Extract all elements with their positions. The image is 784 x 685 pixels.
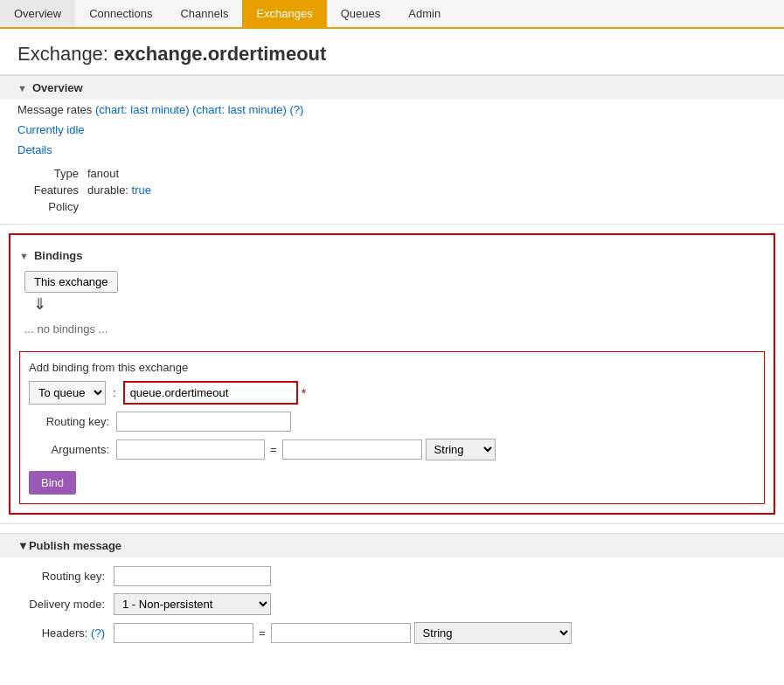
details-table: Type fanout Features durable: true Polic…: [0, 160, 784, 224]
to-queue-row: To queue : *: [29, 381, 755, 405]
arguments-type-select[interactable]: String Number Boolean: [426, 439, 496, 460]
required-star: *: [302, 386, 306, 400]
this-exchange-button[interactable]: This exchange: [24, 271, 118, 293]
publish-section-header[interactable]: ▼ Publish message: [0, 534, 784, 557]
message-rates-link-text[interactable]: (chart: last minute): [192, 103, 287, 116]
bindings-header-label: Bindings: [34, 249, 83, 262]
idle-label: Currently idle: [17, 123, 85, 136]
overview-header-label: Overview: [32, 81, 83, 94]
pub-delivery-mode-label: Delivery mode:: [17, 598, 114, 611]
no-bindings-label: ... no bindings ...: [24, 319, 765, 339]
page-title: Exchange: exchange.ordertimeout: [0, 29, 784, 74]
features-true-value: true: [132, 183, 151, 197]
features-key: durable:: [87, 183, 128, 197]
bindings-outer-box: ▼ Bindings This exchange ⇓ ... no bindin…: [9, 233, 775, 515]
nav-admin[interactable]: Admin: [394, 0, 454, 27]
details-label: Details: [17, 143, 52, 156]
pub-routing-key-input[interactable]: [114, 566, 271, 586]
bindings-section-header[interactable]: ▼ Bindings: [19, 244, 765, 267]
nav-queues[interactable]: Queues: [327, 0, 395, 27]
down-arrow-icon: ⇓: [33, 293, 765, 315]
details-row[interactable]: Details: [0, 140, 784, 160]
message-rates-link[interactable]: (chart: last minute): [95, 103, 190, 116]
idle-row: Currently idle: [0, 120, 784, 140]
routing-key-row: Routing key:: [29, 412, 755, 432]
arguments-row: Arguments: = String Number Boolean: [29, 439, 755, 460]
nav-connections[interactable]: Connections: [75, 0, 166, 27]
equals-sign: =: [265, 443, 282, 456]
policy-label: Policy: [17, 200, 87, 213]
pub-equals-sign: =: [253, 626, 271, 640]
type-value: fanout: [87, 167, 119, 180]
pub-delivery-mode-row: Delivery mode: 1 - Non-persistent: [17, 593, 767, 615]
page-title-prefix: Exchange:: [17, 43, 114, 65]
message-rates-label: Message rates: [17, 103, 92, 116]
bindings-arrow-icon: ▼: [19, 251, 29, 261]
publish-content: Routing key: Delivery mode: 1 - Non-pers…: [0, 557, 784, 660]
exchange-name: exchange.ordertimeout: [114, 43, 326, 65]
pub-headers-row: Headers: (?) = String: [17, 622, 767, 644]
features-label: Features: [17, 183, 87, 197]
publish-arrow-icon: ▼: [17, 539, 29, 552]
pub-headers-type-select[interactable]: String: [414, 622, 572, 644]
overview-arrow-icon: ▼: [17, 83, 27, 93]
nav-exchanges[interactable]: Exchanges: [242, 0, 326, 27]
bind-button[interactable]: Bind: [29, 471, 76, 495]
pub-delivery-mode-select[interactable]: 1 - Non-persistent: [114, 593, 271, 615]
pub-headers-text: Headers:: [42, 626, 88, 640]
type-label: Type: [17, 167, 87, 180]
arguments-key-input[interactable]: [116, 439, 265, 460]
routing-key-label: Routing key:: [29, 415, 116, 428]
nav-overview[interactable]: Overview: [0, 0, 75, 27]
pub-routing-key-row: Routing key:: [17, 566, 767, 586]
message-rates-row: Message rates (chart: last minute) (char…: [0, 100, 784, 120]
publish-section: ▼ Publish message Routing key: Delivery …: [0, 533, 784, 660]
nav-channels[interactable]: Channels: [166, 0, 242, 27]
message-rates-help[interactable]: (?): [289, 103, 303, 116]
type-row: Type fanout: [17, 165, 767, 182]
top-nav: Overview Connections Channels Exchanges …: [0, 0, 784, 29]
add-binding-box: Add binding from this exchange To queue …: [19, 351, 765, 504]
arguments-value-input[interactable]: [282, 439, 422, 460]
pub-headers-label: Headers: (?): [17, 626, 114, 640]
add-binding-title: Add binding from this exchange: [29, 361, 755, 374]
queue-name-input[interactable]: [123, 381, 298, 405]
pub-headers-help[interactable]: (?): [91, 626, 105, 640]
overview-section-header[interactable]: ▼ Overview: [0, 76, 784, 100]
pub-routing-key-label: Routing key:: [17, 570, 114, 583]
features-value: durable: true: [87, 183, 151, 197]
colon-separator: :: [109, 386, 120, 399]
bindings-content: This exchange ⇓ ... no bindings ...: [19, 267, 765, 342]
policy-row: Policy: [17, 198, 767, 215]
arguments-label: Arguments:: [29, 443, 116, 456]
to-queue-select[interactable]: To queue: [29, 381, 106, 405]
overview-section: ▼ Overview Message rates (chart: last mi…: [0, 75, 784, 224]
pub-headers-value-input[interactable]: [271, 623, 411, 643]
routing-key-input[interactable]: [116, 412, 291, 432]
publish-header-label: Publish message: [29, 539, 121, 552]
pub-headers-key-input[interactable]: [114, 623, 253, 643]
features-row: Features durable: true: [17, 182, 767, 198]
